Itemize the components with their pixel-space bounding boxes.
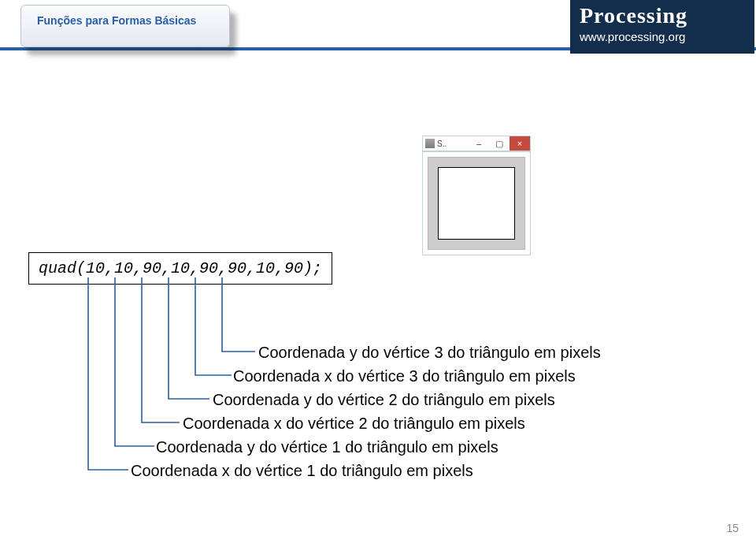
sketch-window-body: [422, 151, 531, 255]
processing-logo-text: Processing: [580, 5, 747, 27]
code-line: quad(10,10,90,10,90,90,10,90);: [39, 259, 322, 277]
minimize-button[interactable]: –: [469, 136, 489, 151]
parameter-labels: Coordenada y do vértice 3 do triângulo e…: [131, 340, 601, 482]
sketch-window-titlebar: S.. – ▢ ×: [422, 136, 531, 151]
title-tab-text: Funções para Formas Básicas: [37, 14, 196, 27]
param-label-x1: Coordenada x do vértice 1 do triângulo e…: [131, 459, 601, 482]
param-label-x3: Coordenada x do vértice 3 do triângulo e…: [233, 364, 601, 388]
sketch-quad-shape: [438, 167, 515, 240]
param-label-y1: Coordenada y do vértice 1 do triângulo e…: [156, 435, 601, 459]
close-button[interactable]: ×: [510, 136, 530, 151]
maximize-button[interactable]: ▢: [489, 136, 510, 151]
page-number: 15: [726, 522, 739, 534]
sketch-window-title: S..: [437, 140, 469, 148]
sketch-canvas: [428, 157, 525, 250]
processing-logo-block: Processing www.processing.org: [570, 0, 754, 54]
processing-url: www.processing.org: [580, 30, 747, 43]
param-label-y2: Coordenada y do vértice 2 do triângulo e…: [213, 388, 601, 411]
title-tab: Funções para Formas Básicas: [20, 5, 230, 47]
sketch-window-icon: [425, 139, 435, 148]
param-label-x2: Coordenada x do vértice 2 do triângulo e…: [183, 411, 601, 435]
param-label-y3: Coordenada y do vértice 3 do triângulo e…: [258, 340, 601, 364]
code-example-box: quad(10,10,90,10,90,90,10,90);: [28, 252, 332, 285]
